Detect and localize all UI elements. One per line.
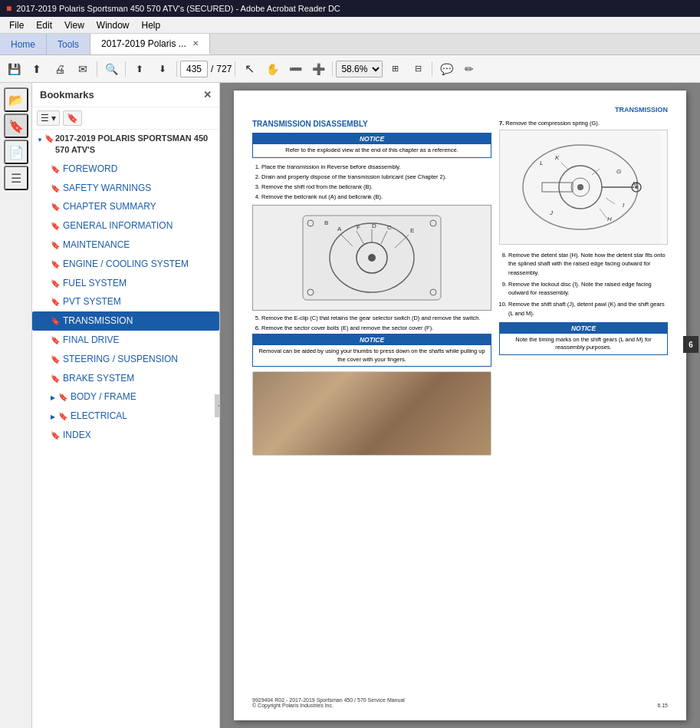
svg-text:H: H [607,216,612,222]
sidebar-item-fuel[interactable]: 🔖 FUEL SYSTEM [32,274,219,293]
sidebar-item-transmission-label: TRANSMISSION [63,315,133,328]
sidebar-item-body-frame[interactable]: 🔖 BODY / FRAME [32,387,219,407]
notice-header-1: NOTICE [253,133,491,144]
sidebar-item-general[interactable]: 🔖 GENERAL INFORMATION [32,216,219,236]
toggle-root-icon [37,134,43,145]
hand-tool[interactable]: ✋ [261,58,283,80]
annotate-btn[interactable]: ✏ [458,58,480,80]
sidebar-item-pvt-label: PVT SYSTEM [63,295,121,308]
transmission-svg: B A F D C E [295,208,449,308]
menu-window[interactable]: Window [90,18,136,32]
zoom-selector[interactable]: 58.6% 50% 75% 100% 125% [336,61,383,77]
notice-body-3: Note the timing marks on the shift gears… [500,334,667,354]
bookmarks-toolbar: ☰ ▾ 🔖 [32,107,219,130]
page-number-input[interactable] [180,61,208,77]
page-chapter-badge: 6 [683,336,698,353]
svg-text:D: D [372,222,376,229]
separator-5 [332,61,333,77]
bookmark-icon-chapter-summary: 🔖 [51,202,60,212]
bookmarks-list: 🔖 2017-2019 POLARIS SPORTSMAN 450 570 AT… [32,130,219,728]
pdf-page: TRANSMISSION TRANSMISSION DISASSEMBLY NO… [234,91,686,720]
footer-copyright: 9929404 R02 - 2017-2019 Sportsman 450 / … [252,697,405,708]
sidebar-item-transmission[interactable]: 🔖 TRANSMISSION [32,311,219,331]
step-1: Place the transmission in Reverse before… [261,163,491,171]
sidebar-item-final-drive[interactable]: 🔖 FINAL DRIVE [32,331,219,350]
cursor-tool[interactable]: ↖ [238,58,260,80]
tab-tools[interactable]: Tools [47,34,90,54]
sidebar-collapse-handle[interactable]: ◀ [215,394,220,417]
menu-edit[interactable]: Edit [30,18,58,32]
menu-bar: File Edit View Window Help [0,17,700,34]
notice-header-2: NOTICE [253,334,491,345]
sidebar-item-index-label: INDEX [63,429,91,442]
gear-diagram: L K G M I H J [499,130,668,245]
svg-point-23 [577,184,583,190]
steps-list-1: Place the transmission in Reverse before… [252,163,491,202]
left-panel: 📂 🔖 📄 ☰ [0,83,32,728]
page-header-title: TRANSMISSION [615,106,668,114]
tab-home-label: Home [11,39,35,50]
toggle-body-icon [51,392,55,403]
sidebar-item-brake-label: BRAKE SYSTEM [63,372,134,385]
sidebar-item-root-label: 2017-2019 POLARIS SPORTSMAN 450 570 ATV'… [55,133,215,156]
print-button[interactable]: 🖨 [49,58,71,80]
tab-doc[interactable]: 2017-2019 Polaris ... ✕ [90,34,210,54]
step-5: Remove the E-clip (C) that retains the g… [261,314,491,322]
bookmark-icon-brake: 🔖 [51,374,60,384]
prev-page-button[interactable]: ⬆ [129,58,150,80]
sidebar-item-maintenance[interactable]: 🔖 MAINTENANCE [32,236,219,255]
toolbar: 💾 ⬆ 🖨 ✉ 🔍 ⬆ ⬇ / 727 ↖ ✋ ➖ ➕ 58.6% 50% 75… [0,55,700,83]
sidebar-item-pvt[interactable]: 🔖 PVT SYSTEM [32,292,219,311]
next-page-button[interactable]: ⬇ [152,58,173,80]
panel-bookmarks-btn[interactable]: 🔖 [4,114,28,138]
notice-box-3: NOTICE Note the timing marks on the shif… [499,322,668,355]
tab-bar: Home Tools 2017-2019 Polaris ... ✕ [0,34,700,55]
bookmark-icon-index: 🔖 [51,430,60,441]
sidebar-item-general-label: GENERAL INFORMATION [63,219,173,232]
page-navigation: / 727 [180,61,232,77]
sidebar-item-fuel-label: FUEL SYSTEM [63,277,127,290]
email-button[interactable]: ✉ [72,58,94,80]
zoom-minus[interactable]: ➖ [284,58,306,80]
fit-page-btn[interactable]: ⊞ [384,58,406,80]
zoom-plus[interactable]: ➕ [307,58,329,80]
bookmark-icon-transmission: 🔖 [51,316,60,327]
comment-btn[interactable]: 💬 [435,58,457,80]
steps-list-2: Remove the E-clip (C) that retains the g… [252,314,491,333]
upload-button[interactable]: ⬆ [26,58,48,80]
left-column: TRANSMISSION DISASSEMBLY NOTICE Refer to… [252,120,491,459]
sidebar-item-electrical[interactable]: 🔖 ELECTRICAL [32,407,219,426]
transmission-diagram: B A F D C E [252,205,491,311]
sidebar-item-brake[interactable]: 🔖 BRAKE SYSTEM [32,369,219,388]
content-area[interactable]: TRANSMISSION TRANSMISSION DISASSEMBLY NO… [220,83,700,728]
sidebar-item-root[interactable]: 🔖 2017-2019 POLARIS SPORTSMAN 450 570 AT… [32,130,219,160]
sidebar-item-foreword[interactable]: 🔖 FOREWORD [32,160,219,179]
step-10: Remove the shift shaft (J), detent pawl … [508,300,668,318]
sidebar-item-foreword-label: FOREWORD [63,163,117,176]
tab-tools-label: Tools [58,39,79,50]
menu-help[interactable]: Help [136,18,167,32]
sidebar-item-chapter-summary[interactable]: 🔖 CHAPTER SUMMARY [32,197,219,216]
menu-file[interactable]: File [3,18,30,32]
save-button[interactable]: 💾 [3,58,25,80]
sidebar-item-steering[interactable]: 🔖 STEERING / SUSPENSION [32,350,219,369]
bookmarks-title: Bookmarks [40,89,94,100]
toggle-electrical-icon [51,411,55,422]
tab-home[interactable]: Home [0,34,47,54]
bookmark-view-btn[interactable]: ☰ ▾ [37,110,60,126]
panel-btn-4[interactable]: ☰ [4,166,28,190]
sidebar-item-index[interactable]: 🔖 INDEX [32,426,219,445]
menu-view[interactable]: View [58,18,90,32]
panel-btn-1[interactable]: 📂 [4,87,28,112]
sidebar-item-safety[interactable]: 🔖 SAFETY WARNINGS [32,179,219,198]
panel-btn-3[interactable]: 📄 [4,140,28,164]
sidebar-item-engine[interactable]: 🔖 ENGINE / COOLING SYSTEM [32,255,219,274]
bookmark-new-btn[interactable]: 🔖 [63,110,82,126]
bookmarks-close-icon[interactable]: ✕ [203,89,212,100]
zoom-out-btn[interactable]: 🔍 [100,58,122,80]
title-bar: ■ 2017-2019 Polaris Sportsman 450 570 AT… [0,0,700,17]
page-footer: 9929404 R02 - 2017-2019 Sportsman 450 / … [252,697,668,708]
fit-width-btn[interactable]: ⊟ [407,58,429,80]
svg-text:B: B [324,219,328,226]
tab-close-icon[interactable]: ✕ [192,39,199,48]
